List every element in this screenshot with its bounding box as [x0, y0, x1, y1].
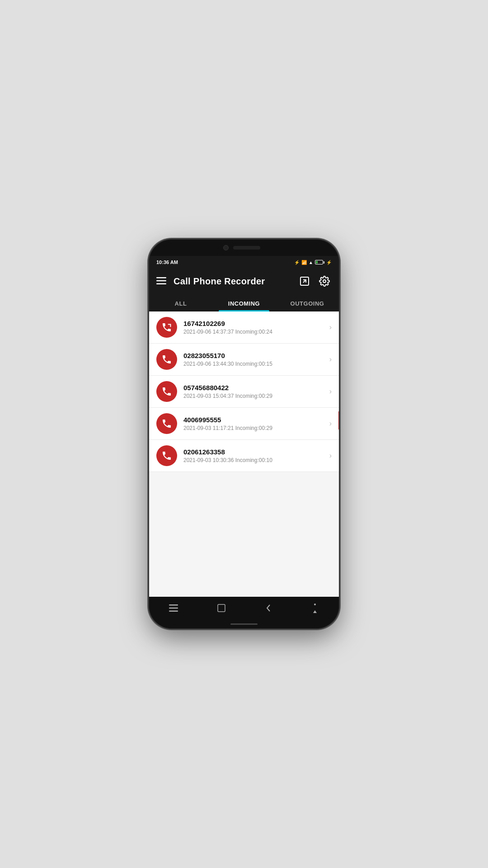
speaker	[233, 246, 260, 250]
status-icons: ⚡ 📶 ▲ ⚡	[294, 260, 332, 265]
tab-incoming[interactable]: INCOMING	[212, 294, 276, 311]
chevron-right-icon-5: ›	[329, 452, 332, 460]
tab-outgoing[interactable]: OUTGOING	[276, 294, 339, 311]
call-item-3[interactable]: 057456880422 2021-09-03 15:04:37 Incomin…	[149, 376, 339, 408]
call-avatar-4	[156, 413, 177, 434]
chevron-right-icon-4: ›	[329, 420, 332, 428]
bottom-back-button[interactable]	[258, 600, 279, 616]
svg-rect-9	[218, 604, 225, 612]
signal-icon: 📶	[301, 260, 307, 265]
call-meta-1: 2021-09-06 14:37:37 Incoming:00:24	[183, 329, 326, 335]
tabs-bar: ALL INCOMING OUTGOING	[149, 294, 339, 311]
call-avatar-1	[156, 317, 177, 338]
bottom-home-button[interactable]	[210, 600, 233, 616]
camera	[223, 245, 229, 250]
header-actions	[297, 274, 332, 288]
call-number-4: 4006995555	[183, 416, 326, 424]
battery-indicator	[315, 260, 324, 264]
svg-rect-2	[156, 283, 166, 284]
bluetooth-icon: ⚡	[294, 260, 300, 265]
svg-rect-6	[169, 604, 178, 606]
call-item-4[interactable]: 4006995555 2021-09-03 11:17:21 Incoming:…	[149, 408, 339, 440]
call-meta-4: 2021-09-03 11:17:21 Incoming:00:29	[183, 425, 326, 431]
call-number-3: 057456880422	[183, 384, 326, 392]
menu-button[interactable]	[156, 276, 166, 287]
call-meta-5: 2021-09-03 10:30:36 Incoming:00:10	[183, 457, 326, 463]
svg-rect-8	[169, 611, 178, 612]
chevron-right-icon-1: ›	[329, 323, 332, 331]
status-time: 10:36 AM	[156, 259, 178, 265]
svg-rect-0	[156, 277, 166, 278]
call-info-3: 057456880422 2021-09-03 15:04:37 Incomin…	[183, 384, 326, 399]
app-header: Call Phone Recorder	[149, 269, 339, 294]
call-info-4: 4006995555 2021-09-03 11:17:21 Incoming:…	[183, 416, 326, 431]
call-meta-2: 2021-09-06 13:44:30 Incoming:00:15	[183, 361, 326, 367]
export-button[interactable]	[297, 274, 312, 288]
phone-notch	[149, 240, 339, 256]
call-number-5: 02061263358	[183, 448, 326, 456]
svg-rect-1	[156, 280, 166, 281]
phone-frame: 10:36 AM ⚡ 📶 ▲ ⚡ Call	[149, 240, 339, 628]
svg-rect-7	[169, 608, 178, 609]
call-item-1[interactable]: 16742102269 2021-09-06 14:37:37 Incoming…	[149, 311, 339, 344]
svg-point-10	[314, 604, 316, 605]
wifi-icon: ▲	[309, 260, 313, 265]
charging-icon: ⚡	[326, 260, 332, 265]
settings-button[interactable]	[317, 274, 332, 288]
status-bar: 10:36 AM ⚡ 📶 ▲ ⚡	[149, 256, 339, 269]
bottom-accessibility-button[interactable]	[304, 599, 326, 617]
call-info-2: 02823055170 2021-09-06 13:44:30 Incoming…	[183, 352, 326, 367]
home-indicator	[230, 623, 258, 625]
tab-all[interactable]: ALL	[149, 294, 212, 311]
call-meta-3: 2021-09-03 15:04:37 Incoming:00:29	[183, 393, 326, 399]
call-item-2[interactable]: 02823055170 2021-09-06 13:44:30 Incoming…	[149, 344, 339, 376]
app-title: Call Phone Recorder	[174, 276, 297, 287]
call-avatar-3	[156, 381, 177, 402]
call-number-2: 02823055170	[183, 352, 326, 359]
side-button	[338, 411, 339, 429]
call-info-1: 16742102269 2021-09-06 14:37:37 Incoming…	[183, 320, 326, 335]
app-content: Call Phone Recorder	[149, 269, 339, 597]
call-avatar-2	[156, 349, 177, 370]
call-number-1: 16742102269	[183, 320, 326, 327]
call-list: 16742102269 2021-09-06 14:37:37 Incoming…	[149, 311, 339, 597]
phone-bottom	[149, 619, 339, 628]
svg-point-5	[323, 280, 326, 283]
call-info-5: 02061263358 2021-09-03 10:30:36 Incoming…	[183, 448, 326, 463]
bottom-menu-button[interactable]	[162, 601, 185, 615]
call-avatar-5	[156, 445, 177, 466]
bottom-nav	[149, 597, 339, 619]
chevron-right-icon-3: ›	[329, 387, 332, 396]
call-item-5[interactable]: 02061263358 2021-09-03 10:30:36 Incoming…	[149, 440, 339, 472]
chevron-right-icon-2: ›	[329, 355, 332, 363]
